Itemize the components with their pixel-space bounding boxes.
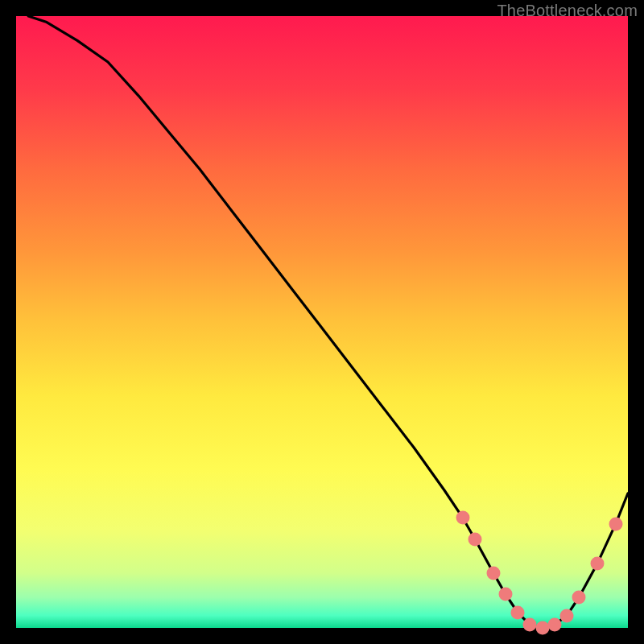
gradient-background-svg	[16, 16, 628, 628]
markers-layer	[16, 16, 628, 628]
watermark-text: TheBottleneck.com	[497, 2, 638, 20]
curve-svg	[16, 16, 628, 628]
marker-dot	[511, 606, 525, 620]
marker-dot	[456, 511, 469, 525]
gradient-rect	[16, 16, 628, 628]
marker-dot	[609, 517, 622, 530]
curve-path	[28, 16, 628, 628]
marker-dot	[591, 557, 605, 571]
marker-dot	[486, 566, 500, 580]
marker-dot	[572, 591, 586, 605]
marker-dot	[499, 588, 513, 601]
marker-dot	[547, 618, 561, 632]
marker-dot	[535, 621, 549, 635]
chart-container: TheBottleneck.com	[0, 0, 644, 644]
marker-dot	[523, 618, 537, 632]
marker-dot	[560, 609, 574, 622]
plot-area	[16, 16, 628, 628]
marker-dot	[469, 532, 482, 546]
